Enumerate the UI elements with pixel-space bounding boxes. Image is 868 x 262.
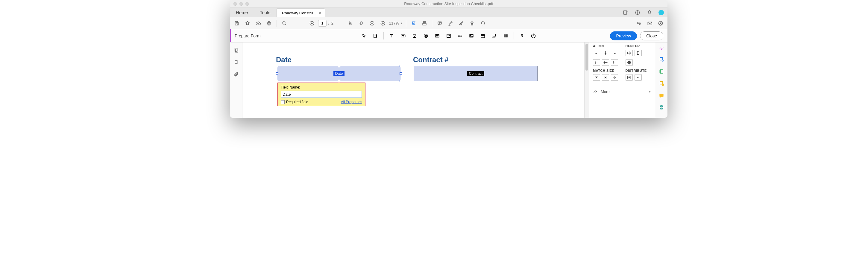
- tab-home[interactable]: Home: [230, 8, 254, 17]
- profile-icon[interactable]: [656, 19, 665, 28]
- distribute-v-icon[interactable]: [634, 74, 642, 81]
- page-indicator: / 2: [318, 20, 334, 27]
- match-width-icon[interactable]: [593, 74, 600, 81]
- scrollbar-thumb[interactable]: [585, 44, 588, 71]
- prepare-form-toolbar: Prepare Form OK Preview Close: [230, 29, 668, 42]
- center-v-icon[interactable]: [634, 50, 642, 56]
- align-middle-icon[interactable]: [602, 59, 609, 66]
- right-tool-6-icon[interactable]: [658, 104, 665, 111]
- search-icon[interactable]: [280, 19, 289, 28]
- close-button[interactable]: Close: [640, 31, 663, 40]
- center-both-icon[interactable]: [625, 59, 633, 66]
- right-tool-4-icon[interactable]: [658, 80, 665, 87]
- edit-field-icon[interactable]: [371, 31, 380, 40]
- preview-button[interactable]: Preview: [610, 31, 637, 40]
- page-number-input[interactable]: [318, 20, 327, 27]
- text-tool-icon[interactable]: [387, 31, 396, 40]
- page-down-icon[interactable]: [307, 19, 316, 28]
- vertical-scrollbar[interactable]: [584, 42, 589, 118]
- align-left-icon[interactable]: [593, 50, 600, 56]
- traffic-lights: [230, 2, 249, 6]
- bell-icon[interactable]: [647, 9, 652, 15]
- pin-icon[interactable]: [518, 31, 526, 40]
- svg-point-31: [533, 37, 534, 37]
- checkbox-icon[interactable]: [410, 31, 419, 40]
- right-tool-2-icon[interactable]: [658, 56, 665, 63]
- undo-icon[interactable]: [478, 19, 487, 28]
- fieldname-input[interactable]: [281, 91, 362, 98]
- svg-rect-23: [447, 36, 451, 37]
- radio-icon[interactable]: [422, 31, 430, 40]
- svg-rect-4: [268, 22, 270, 23]
- svg-rect-37: [595, 77, 596, 78]
- svg-rect-18: [413, 34, 416, 37]
- hand-icon[interactable]: [357, 19, 366, 28]
- window-title: Roadway Construction Site Inspection Che…: [230, 1, 668, 6]
- zoom-level[interactable]: 117% ▼: [389, 21, 403, 25]
- bookmark-panel-icon[interactable]: [233, 59, 239, 65]
- tablet-icon[interactable]: [623, 9, 628, 15]
- close-tab-icon[interactable]: ✕: [318, 11, 322, 15]
- mail-icon[interactable]: [645, 19, 654, 28]
- more-button[interactable]: More ▼: [593, 88, 651, 95]
- align-bottom-icon[interactable]: [611, 59, 618, 66]
- right-tool-5-icon[interactable]: [658, 92, 665, 99]
- svg-rect-40: [605, 78, 607, 79]
- zoom-out-icon[interactable]: [368, 19, 376, 28]
- distribute-h-icon[interactable]: [625, 74, 633, 81]
- all-properties-link[interactable]: All Properties: [341, 100, 362, 104]
- date-field-icon[interactable]: [478, 31, 487, 40]
- document-canvas[interactable]: Date Contract # Date Contract Field Name…: [243, 42, 589, 118]
- page-sep: /: [328, 21, 330, 25]
- svg-rect-0: [623, 11, 627, 14]
- comment-icon[interactable]: [435, 19, 444, 28]
- help-icon[interactable]: [634, 9, 641, 15]
- chevron-down-icon: ▼: [648, 90, 651, 93]
- image-field-icon[interactable]: [467, 31, 476, 40]
- right-tool-3-icon[interactable]: [658, 68, 665, 75]
- avatar[interactable]: [658, 10, 664, 15]
- formbar-help-icon[interactable]: [529, 31, 538, 40]
- form-mode-icon[interactable]: [420, 19, 429, 28]
- save-icon[interactable]: [232, 19, 241, 28]
- svg-point-2: [638, 13, 638, 14]
- attachment-panel-icon[interactable]: [233, 71, 239, 77]
- chevron-down-icon: ▼: [400, 22, 403, 25]
- button-icon[interactable]: OK: [456, 31, 465, 40]
- sign-icon[interactable]: [457, 19, 466, 28]
- select-tool-icon[interactable]: [360, 31, 368, 40]
- trash-icon[interactable]: [467, 19, 476, 28]
- svg-rect-11: [423, 23, 426, 25]
- fit-width-icon[interactable]: [409, 19, 418, 28]
- align-center-h-icon[interactable]: [602, 50, 609, 56]
- link-icon[interactable]: [634, 19, 644, 28]
- star-icon[interactable]: [243, 19, 252, 28]
- print-icon[interactable]: [265, 19, 274, 28]
- pointer-icon[interactable]: [346, 19, 355, 28]
- zoom-in-icon[interactable]: [378, 19, 387, 28]
- svg-rect-12: [438, 22, 441, 24]
- align-right-icon[interactable]: [611, 50, 618, 56]
- highlight-icon[interactable]: [446, 19, 455, 28]
- tab-tools[interactable]: Tools: [254, 8, 276, 17]
- align-top-icon[interactable]: [593, 59, 600, 66]
- tab-document[interactable]: Roadway Constru... ✕: [276, 8, 325, 17]
- contract-field[interactable]: Contract: [414, 66, 538, 81]
- barcode-icon[interactable]: [501, 31, 510, 40]
- center-h-icon[interactable]: [625, 50, 633, 56]
- svg-text:OK: OK: [459, 35, 461, 36]
- signature-field-icon[interactable]: [490, 31, 499, 40]
- right-tool-1-icon[interactable]: [658, 44, 665, 51]
- required-checkbox[interactable]: Required field: [281, 100, 308, 104]
- pages-panel-icon[interactable]: [233, 47, 239, 53]
- match-both-icon[interactable]: [611, 74, 618, 81]
- dropdown-icon[interactable]: [444, 31, 453, 40]
- min-dot[interactable]: [240, 2, 243, 6]
- close-dot[interactable]: [234, 2, 237, 6]
- date-field[interactable]: Date: [277, 66, 401, 81]
- text-field-icon[interactable]: [399, 31, 408, 40]
- list-icon[interactable]: [433, 31, 442, 40]
- cloud-upload-icon[interactable]: [254, 19, 263, 28]
- max-dot[interactable]: [245, 2, 249, 6]
- match-height-icon[interactable]: [602, 74, 609, 81]
